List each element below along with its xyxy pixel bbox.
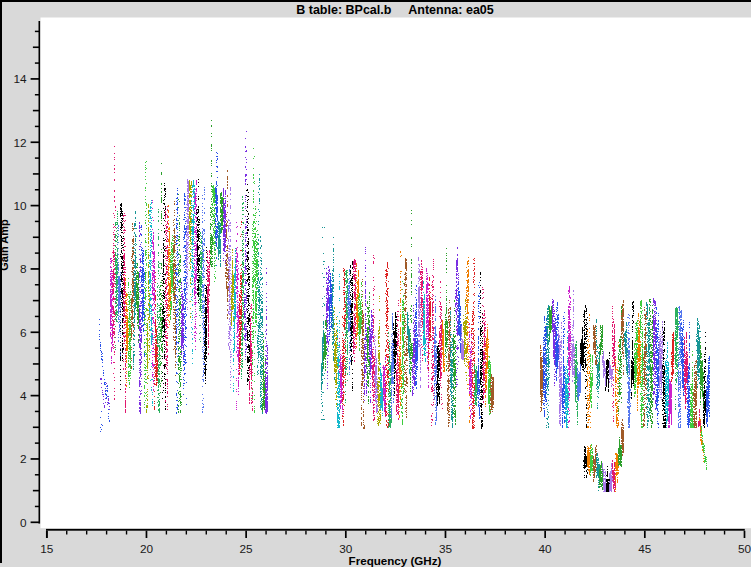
svg-text:14: 14 [13,72,27,86]
svg-text:8: 8 [20,262,27,276]
svg-text:45: 45 [638,542,652,556]
svg-text:B table: BPcal.b Antenna:: B table: BPcal.b Antenna: ea05 [296,3,494,17]
svg-text:20: 20 [140,542,154,556]
svg-text:10: 10 [13,199,27,213]
svg-text:Gain Amp: Gain Amp [0,219,10,271]
svg-text:6: 6 [20,326,27,340]
svg-text:40: 40 [539,542,553,556]
svg-text:25: 25 [240,542,254,556]
svg-text:4: 4 [20,389,27,403]
svg-text:12: 12 [13,136,26,150]
svg-text:Frequency (GHz): Frequency (GHz) [349,554,442,567]
svg-text:2: 2 [20,452,27,466]
svg-text:15: 15 [40,542,54,556]
svg-text:50: 50 [738,542,751,556]
svg-text:0: 0 [20,516,27,530]
